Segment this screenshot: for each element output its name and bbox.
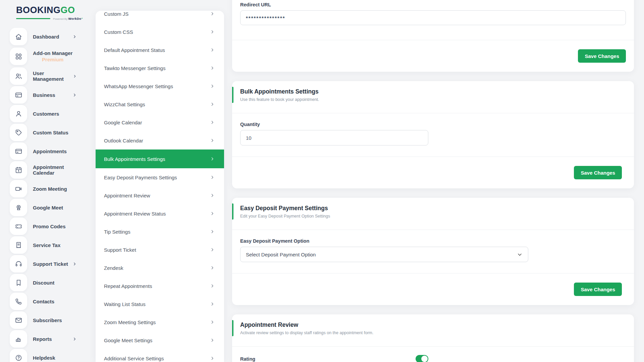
- settings-menu: Custom JSCustom CSSDefault Appointment S…: [96, 11, 224, 362]
- sidebar-item-label: User Management: [33, 70, 73, 82]
- mail-icon: [10, 311, 27, 329]
- settings-item-google-calendar[interactable]: Google Calendar: [96, 113, 224, 131]
- chevron-right-icon: [72, 93, 77, 97]
- premium-badge: Premium: [42, 57, 63, 62]
- chevron-right-icon: [73, 74, 77, 78]
- settings-item-label: Bulk Appointments Settings: [104, 156, 165, 162]
- settings-item-custom-css[interactable]: Custom CSS: [96, 23, 224, 41]
- home-icon: [10, 28, 27, 45]
- settings-item-default-appointment-status[interactable]: Default Appointment Status: [96, 41, 224, 59]
- sidebar-item-user-management[interactable]: User Management: [0, 67, 96, 85]
- grid-icon: [10, 48, 27, 65]
- redirect-url-card: Redirect URL Save Changes: [232, 0, 634, 72]
- settings-item-label: Waiting List Status: [104, 301, 146, 307]
- sidebar-item-business[interactable]: Business: [0, 85, 96, 104]
- sidebar-item-support-ticket[interactable]: Support Ticket: [0, 254, 96, 273]
- sidebar-item-label: Business: [33, 92, 55, 98]
- brand-name-dark: BOOKING: [16, 5, 61, 15]
- quantity-label: Quantity: [240, 122, 626, 127]
- sidebar: BOOKINGGO Powered By WorkDo° DashboardAd…: [0, 0, 96, 362]
- settings-item-repeat-appointments[interactable]: Repeat Appointments: [96, 277, 224, 295]
- bulk-appointments-subtitle: Use this feature to book your appointmen…: [240, 97, 626, 103]
- settings-item-zendesk[interactable]: Zendesk: [96, 259, 224, 277]
- toggle-knob: [421, 356, 428, 362]
- brand-tagline: Powered By WorkDo°: [16, 17, 85, 20]
- sidebar-item-helpdesk[interactable]: Helpdesk: [0, 348, 96, 362]
- settings-item-label: Google Meet Settings: [104, 338, 152, 343]
- settings-item-custom-js[interactable]: Custom JS: [96, 11, 224, 23]
- settings-item-easy-deposit-payments-settings[interactable]: Easy Deposit Payments Settings: [96, 168, 224, 186]
- chevron-right-icon: [210, 11, 215, 16]
- sidebar-item-reports[interactable]: Reports: [0, 329, 96, 348]
- deposit-option-select[interactable]: Select Deposit Payment Option: [240, 247, 528, 262]
- settings-item-label: Support Ticket: [104, 247, 136, 253]
- sidebar-item-label: Appointments: [33, 148, 67, 154]
- settings-item-additional-service-settings[interactable]: Additional Service Settings: [96, 349, 224, 362]
- accent-bar: [232, 203, 233, 220]
- quantity-input[interactable]: [240, 130, 428, 145]
- chevron-right-icon: [210, 338, 215, 343]
- rating-toggle[interactable]: [416, 355, 428, 362]
- settings-item-google-meet-settings[interactable]: Google Meet Settings: [96, 331, 224, 349]
- settings-item-appointment-review-status[interactable]: Appointment Review Status: [96, 204, 224, 223]
- sidebar-item-appointment-calendar[interactable]: Appointment Calendar: [0, 161, 96, 179]
- settings-item-label: Zendesk: [104, 265, 123, 271]
- sidebar-item-add-on-manager[interactable]: Add-on ManagerPremium: [0, 46, 96, 67]
- chart-icon: [10, 330, 27, 348]
- settings-item-bulk-appointments-settings[interactable]: Bulk Appointments Settings: [96, 149, 224, 168]
- redirect-url-label: Redirect URL: [240, 2, 626, 7]
- settings-item-appointment-review[interactable]: Appointment Review: [96, 186, 224, 204]
- settings-item-label: Google Calendar: [104, 120, 142, 125]
- sidebar-item-appointments[interactable]: Appointments: [0, 142, 96, 161]
- sidebar-item-contacts[interactable]: Contacts: [0, 292, 96, 311]
- chevron-right-icon: [210, 356, 215, 361]
- settings-panel: Custom JSCustom CSSDefault Appointment S…: [96, 11, 224, 362]
- sidebar-item-discount[interactable]: Discount: [0, 273, 96, 292]
- tag-icon: [10, 124, 27, 141]
- accent-bar: [232, 87, 233, 103]
- settings-item-label: WhatsApp Messenger Settings: [104, 83, 173, 89]
- settings-item-waiting-list-status[interactable]: Waiting List Status: [96, 295, 224, 313]
- settings-item-support-ticket[interactable]: Support Ticket: [96, 241, 224, 259]
- chevron-right-icon: [210, 265, 215, 270]
- sidebar-item-google-meet[interactable]: Google Meet: [0, 198, 96, 217]
- settings-item-label: Easy Deposit Payments Settings: [104, 175, 177, 180]
- redirect-url-input[interactable]: [240, 10, 626, 25]
- chevron-right-icon: [210, 229, 215, 234]
- settings-item-zoom-meeting-settings[interactable]: Zoom Meeting Settings: [96, 313, 224, 331]
- deposit-option-value: Select Deposit Payment Option: [246, 252, 316, 257]
- sidebar-item-dashboard[interactable]: Dashboard: [0, 27, 96, 46]
- settings-item-outlook-calendar[interactable]: Outlook Calendar: [96, 131, 224, 149]
- save-changes-button[interactable]: Save Changes: [574, 166, 622, 179]
- settings-item-tip-settings[interactable]: Tip Settings: [96, 223, 224, 241]
- calendar-icon: [10, 161, 27, 179]
- sidebar-item-zoom-meeting[interactable]: Zoom Meeting: [0, 179, 96, 198]
- sidebar-item-label: Customers: [33, 111, 59, 117]
- sidebar-item-label: Support Ticket: [33, 261, 68, 267]
- easy-deposit-card: Easy Deposit Payment Settings Edit your …: [232, 198, 634, 305]
- chevron-right-icon: [210, 157, 215, 161]
- sidebar-item-label: Discount: [33, 280, 54, 286]
- easy-deposit-title: Easy Deposit Payment Settings: [240, 204, 626, 213]
- sidebar-item-label: Add-on Manager: [33, 50, 72, 56]
- brand-name-accent: GO: [61, 5, 75, 15]
- settings-item-wizzchat-settings[interactable]: WizzChat Settings: [96, 95, 224, 113]
- sidebar-nav: DashboardAdd-on ManagerPremiumUser Manag…: [0, 27, 96, 362]
- sidebar-item-label: Contacts: [33, 299, 54, 304]
- chevron-right-icon: [210, 102, 215, 107]
- sidebar-item-customers[interactable]: Customers: [0, 104, 96, 123]
- deposit-option-label: Easy Deposit Payment Option: [240, 238, 626, 244]
- chevron-right-icon: [210, 302, 215, 306]
- settings-item-tawkto-messenger-settings[interactable]: Tawkto Messenger Settings: [96, 59, 224, 77]
- save-changes-button[interactable]: Save Changes: [578, 49, 626, 63]
- sidebar-item-custom-status[interactable]: Custom Status: [0, 123, 96, 142]
- settings-item-whatsapp-messenger-settings[interactable]: WhatsApp Messenger Settings: [96, 77, 224, 95]
- save-changes-button[interactable]: Save Changes: [574, 283, 622, 296]
- accent-bar: [232, 320, 233, 336]
- sidebar-item-promo-codes[interactable]: Promo Codes: [0, 217, 96, 236]
- settings-item-label: Outlook Calendar: [104, 138, 143, 143]
- sidebar-item-service-tax[interactable]: Service Tax: [0, 236, 96, 254]
- sidebar-item-label: Promo Codes: [33, 224, 66, 229]
- sidebar-item-subscribers[interactable]: Subscribers: [0, 311, 96, 329]
- chevron-right-icon: [210, 284, 215, 288]
